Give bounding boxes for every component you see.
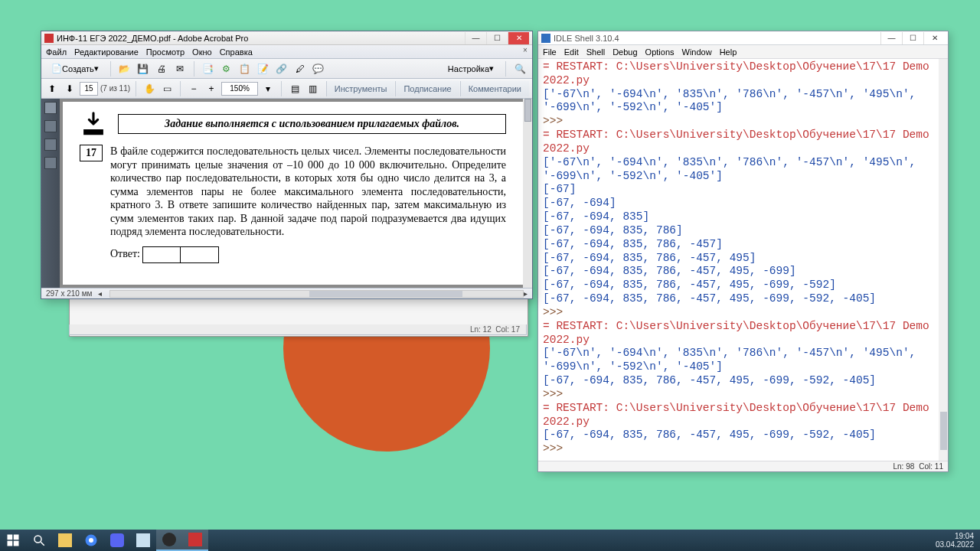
idle-scrollbar[interactable] — [939, 59, 948, 461]
idle-menu-help[interactable]: Help — [720, 47, 737, 57]
fit-tool-2-icon[interactable]: ▥ — [305, 81, 320, 96]
vertical-scrollbar[interactable] — [523, 99, 532, 288]
create-button[interactable]: 📄 Создать ▾ — [46, 61, 104, 77]
thumbnails-icon[interactable] — [44, 102, 57, 114]
block2-4: [-67, -694, 835, 786, -457] — [543, 238, 723, 250]
idle-scroll-thumb[interactable] — [940, 412, 947, 450]
final-1: [-67, -694, 835, 786, -457, 495, -699, -… — [543, 374, 876, 386]
page-count: (7 из 11) — [100, 84, 130, 93]
acrobat-taskbar-icon[interactable] — [182, 530, 208, 551]
zoom-drop-icon[interactable]: ▾ — [260, 81, 276, 96]
idle-menu-debug[interactable]: Debug — [612, 47, 637, 57]
menu-collapse-button[interactable]: × — [520, 46, 531, 57]
discord-icon[interactable] — [104, 530, 130, 551]
comments-link[interactable]: Комментарии — [460, 81, 529, 96]
task-banner: Задание выполняется с использованием при… — [118, 114, 506, 134]
idle-menu-shell[interactable]: Shell — [586, 47, 605, 57]
horizontal-scrollbar[interactable] — [109, 290, 524, 298]
sign-link[interactable]: Подписание — [395, 81, 459, 96]
page-down-icon[interactable]: ⬇ — [62, 81, 77, 96]
explorer-icon[interactable] — [52, 530, 78, 551]
tool-icon-7[interactable]: 💬 — [311, 61, 326, 77]
tool-icon-1[interactable]: 📑 — [201, 61, 216, 77]
tool-icon-2[interactable]: ⚙ — [219, 61, 234, 77]
tool-icon-3[interactable]: 📋 — [237, 61, 253, 77]
idle-minimize-button[interactable]: — — [880, 32, 902, 44]
fit-tool-1-icon[interactable]: ▤ — [287, 81, 302, 96]
zoom-out-icon[interactable]: − — [186, 81, 201, 96]
bookmarks-icon[interactable] — [44, 120, 57, 132]
print-icon[interactable]: 🖨 — [154, 61, 169, 77]
menu-help[interactable]: Справка — [220, 47, 253, 57]
minimize-button[interactable]: — — [465, 32, 486, 44]
tool-icon-4[interactable]: 📝 — [256, 61, 271, 77]
idle-menubar: File Edit Shell Debug Options Window Hel… — [538, 45, 948, 59]
acrobat-statusbar: 297 x 210 мм ◂ ▸ — [41, 288, 532, 298]
idle-menu-file[interactable]: File — [543, 47, 557, 57]
idle-statusbar: Ln: 98 Col: 11 — [538, 461, 948, 471]
acrobat-sidebar — [41, 99, 60, 288]
page-number-input[interactable] — [80, 82, 98, 96]
idle-close-button[interactable]: ✕ — [923, 32, 945, 44]
signatures-icon[interactable] — [44, 157, 57, 169]
idle-titlebar[interactable]: IDLE Shell 3.10.4 — ☐ ✕ — [538, 31, 948, 45]
menu-file[interactable]: Файл — [46, 47, 67, 57]
search-button[interactable] — [26, 530, 52, 551]
prompt-3: >>> — [543, 388, 570, 400]
page-up-icon[interactable]: ⬆ — [44, 81, 60, 96]
system-tray[interactable]: 19:04 03.04.2022 — [929, 532, 980, 549]
idle-menu-options[interactable]: Options — [645, 47, 675, 57]
answer-box-2 — [181, 246, 219, 263]
idle-menu-window[interactable]: Window — [682, 47, 712, 57]
tool-icon-5[interactable]: 🔗 — [274, 61, 289, 77]
page-dimensions: 297 x 210 мм — [46, 289, 92, 298]
idle-line: Ln: 98 — [893, 462, 915, 471]
notepad-icon[interactable] — [130, 530, 156, 551]
start-button[interactable] — [0, 530, 26, 551]
task-number: 17 — [80, 145, 103, 161]
block2-6: [-67, -694, 835, 786, -457, 495, -699] — [543, 265, 796, 277]
restart-line-1: = RESTART: C:\Users\University\Desktop\О… — [543, 60, 936, 86]
block2-3: [-67, -694, 835, 786] — [543, 224, 683, 236]
idle-console[interactable]: = RESTART: C:\Users\University\Desktop\О… — [538, 59, 948, 461]
menu-view[interactable]: Просмотр — [146, 47, 185, 57]
maximize-button[interactable]: ☐ — [486, 32, 508, 44]
final-2: [-67, -694, 835, 786, -457, 495, -699, -… — [543, 429, 876, 441]
h-scroll-thumb[interactable] — [309, 291, 462, 297]
select-tool-icon[interactable]: ▭ — [159, 81, 175, 96]
zoom-input[interactable] — [221, 82, 258, 96]
menu-edit[interactable]: Редактирование — [74, 47, 139, 57]
acrobat-workarea: Задание выполняется с использованием при… — [41, 99, 532, 288]
acrobat-titlebar[interactable]: ИНФ-11 ЕГЭ 2022_ДЕМО.pdf - Adobe Acrobat… — [41, 31, 532, 45]
block2-0: [-67] — [543, 183, 577, 195]
hand-tool-icon[interactable]: ✋ — [142, 81, 157, 96]
tools-link[interactable]: Инструменты — [326, 81, 395, 96]
taskbar: 19:04 03.04.2022 — [0, 530, 980, 551]
idle-window: IDLE Shell 3.10.4 — ☐ ✕ File Edit Shell … — [537, 31, 949, 472]
tool-icon-6[interactable]: 🖊 — [292, 61, 308, 77]
app-icon-1[interactable] — [156, 530, 182, 551]
idle-menu-edit[interactable]: Edit — [564, 47, 579, 57]
prompt-4: >>> — [543, 442, 570, 455]
svg-point-4 — [34, 536, 41, 543]
block2-1: [-67, -694] — [543, 197, 616, 209]
close-button[interactable]: ✕ — [508, 32, 529, 44]
search-icon[interactable]: 🔍 — [512, 61, 528, 77]
idle-title: IDLE Shell 3.10.4 — [554, 34, 619, 43]
chrome-icon[interactable] — [78, 530, 104, 551]
prompt-1: >>> — [543, 115, 570, 127]
scroll-thumb[interactable] — [524, 99, 531, 122]
acrobat-app-icon — [44, 34, 54, 43]
pdf-page[interactable]: Задание выполняется с использованием при… — [63, 102, 523, 285]
menu-window[interactable]: Окно — [192, 47, 212, 57]
idle-col: Col: 11 — [919, 462, 943, 471]
svg-rect-3 — [14, 541, 19, 546]
zoom-in-icon[interactable]: + — [204, 81, 219, 96]
save-icon[interactable]: 💾 — [136, 61, 151, 77]
attachments-icon[interactable] — [44, 139, 57, 151]
open-icon[interactable]: 📂 — [117, 61, 132, 77]
svg-rect-0 — [8, 535, 13, 540]
settings-button[interactable]: Настройка ▾ — [443, 61, 499, 77]
idle-maximize-button[interactable]: ☐ — [902, 32, 923, 44]
mail-icon[interactable]: ✉ — [172, 61, 188, 77]
